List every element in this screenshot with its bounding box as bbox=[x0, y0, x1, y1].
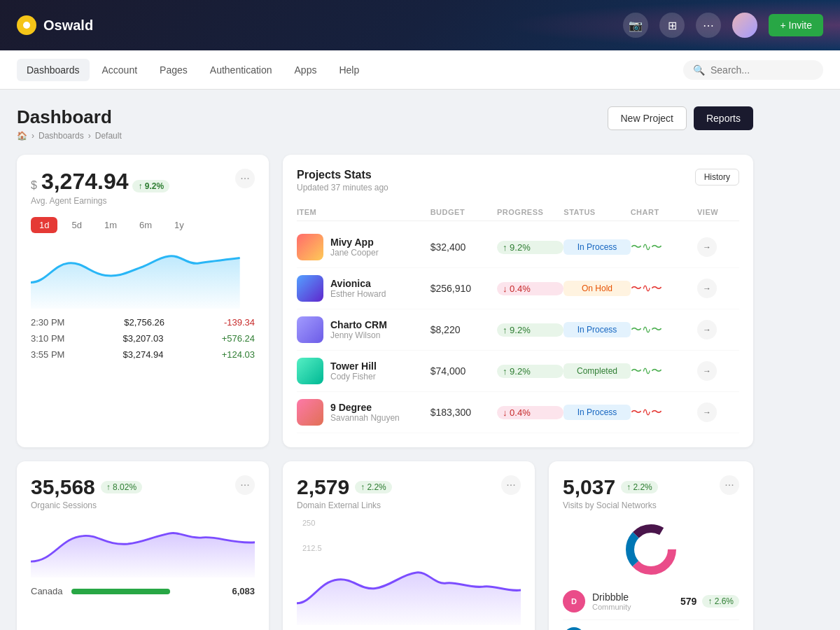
dribbble-name: Dribbble bbox=[592, 592, 631, 603]
project-status-tower: Completed bbox=[564, 363, 630, 379]
project-budget-tower: $74,000 bbox=[430, 365, 497, 377]
social-amount: 5,037 bbox=[563, 475, 615, 499]
project-status-charto: In Process bbox=[564, 322, 630, 337]
organic-more-btn[interactable]: ··· bbox=[235, 475, 255, 495]
layout-icon[interactable]: ⊞ bbox=[659, 13, 685, 38]
project-view-mivy[interactable]: → bbox=[697, 237, 717, 257]
project-chart-charto: 〜∿〜 bbox=[631, 323, 697, 337]
nav-right: 📷 ⊞ ⋯ + Invite bbox=[623, 13, 823, 38]
history-button[interactable]: History bbox=[695, 169, 739, 186]
dribbble-count: 579 bbox=[680, 596, 696, 607]
earnings-amount: $ 3,274.94 ↑ 9.2% bbox=[31, 169, 169, 195]
project-owner-tower: Cody Fisher bbox=[330, 372, 377, 382]
menu-apps[interactable]: Apps bbox=[285, 59, 327, 81]
avatar[interactable] bbox=[732, 13, 757, 38]
breadcrumb-sep2: › bbox=[88, 131, 91, 141]
dribbble-badge: ↑ 2.6% bbox=[702, 595, 739, 608]
currency-symbol: $ bbox=[31, 179, 37, 192]
project-row-charto: Charto CRM Jenny Wilson $8,220 ↑ 9.2% In… bbox=[297, 309, 739, 351]
project-progress-9degree: ↓ 0.4% bbox=[497, 406, 564, 419]
menu-help[interactable]: Help bbox=[329, 59, 369, 81]
project-info-9degree: 9 Degree Savannah Nguyen bbox=[297, 399, 430, 426]
project-progress-avionica: ↓ 0.4% bbox=[497, 282, 564, 295]
col-status: STATUS bbox=[564, 208, 630, 216]
earnings-info: $ 3,274.94 ↑ 9.2% Avg. Agent Earnings bbox=[31, 169, 169, 206]
search-input[interactable] bbox=[710, 64, 808, 76]
project-thumb-tower bbox=[297, 358, 323, 384]
main-cards-row: $ 3,274.94 ↑ 9.2% Avg. Agent Earnings ··… bbox=[17, 155, 753, 447]
project-progress-mivy: ↑ 9.2% bbox=[497, 241, 564, 254]
search-bar[interactable]: 🔍 bbox=[683, 60, 823, 80]
project-row-9degree: 9 Degree Savannah Nguyen $183,300 ↓ 0.4%… bbox=[297, 392, 739, 433]
col-view: VIEW bbox=[697, 208, 739, 216]
top-navigation: Oswald 📷 ⊞ ⋯ + Invite bbox=[0, 0, 840, 50]
project-chart-avionica: 〜∿〜 bbox=[631, 281, 697, 296]
filter-5d[interactable]: 5d bbox=[63, 217, 90, 233]
invite-button[interactable]: + Invite bbox=[769, 14, 823, 36]
project-owner-charto: Jenny Wilson bbox=[330, 330, 387, 340]
project-owner-avionica: Esther Howard bbox=[330, 289, 386, 299]
social-left-linkedin: in Linked In Social Media bbox=[563, 627, 636, 630]
social-title-area: 5,037 ↑ 2.2% Visits by Social Networks bbox=[563, 475, 658, 510]
filter-1d[interactable]: 1d bbox=[31, 217, 57, 233]
project-name-tower: Tower Hill bbox=[330, 360, 377, 372]
col-progress: PROGRESS bbox=[497, 208, 564, 216]
menu-account[interactable]: Account bbox=[92, 59, 148, 81]
project-info-tower: Tower Hill Cody Fisher bbox=[297, 358, 430, 384]
menu-dashboards[interactable]: Dashboards bbox=[17, 59, 90, 81]
dribbble-stats: 579 ↑ 2.6% bbox=[680, 595, 739, 608]
social-more-btn[interactable]: ··· bbox=[720, 475, 739, 495]
menu-authentication[interactable]: Authentication bbox=[200, 59, 282, 81]
logo-icon bbox=[17, 15, 36, 35]
menu-bar: Dashboards Account Pages Authentication … bbox=[0, 50, 840, 90]
filter-6m[interactable]: 6m bbox=[131, 217, 160, 233]
project-view-tower[interactable]: → bbox=[697, 361, 717, 381]
country-bar-wrap bbox=[71, 589, 224, 594]
breadcrumb-default: Default bbox=[95, 131, 122, 141]
filter-1y[interactable]: 1y bbox=[166, 217, 192, 233]
project-name-avionica: Avionica bbox=[330, 278, 386, 289]
domain-more-btn[interactable]: ··· bbox=[501, 475, 521, 495]
social-label: Visits by Social Networks bbox=[563, 500, 658, 510]
col-budget: BUDGET bbox=[430, 208, 497, 216]
page-header: Dashboard 🏠 › Dashboards › Default New P… bbox=[17, 106, 753, 141]
earnings-row-1: 2:30 PM $2,756.26 -139.34 bbox=[31, 317, 255, 328]
projects-card: Projects Stats Updated 37 minutes ago Hi… bbox=[283, 155, 753, 447]
new-project-button[interactable]: New Project bbox=[608, 106, 687, 130]
bottom-row: 35,568 ↑ 8.02% Organic Sessions ··· bbox=[17, 461, 753, 630]
search-icon: 🔍 bbox=[693, 64, 705, 76]
project-owner-9degree: Savannah Nguyen bbox=[330, 413, 400, 423]
earnings-more-btn[interactable]: ··· bbox=[235, 169, 255, 188]
breadcrumb-dashboards[interactable]: Dashboards bbox=[38, 131, 84, 141]
earnings-rows: 2:30 PM $2,756.26 -139.34 3:10 PM $3,207… bbox=[31, 317, 255, 360]
dribbble-icon: D bbox=[563, 590, 585, 612]
project-view-9degree[interactable]: → bbox=[697, 402, 717, 422]
project-thumb-avionica bbox=[297, 275, 323, 302]
menu-pages[interactable]: Pages bbox=[150, 59, 197, 81]
reports-button[interactable]: Reports bbox=[694, 106, 753, 130]
camera-icon[interactable]: 📷 bbox=[623, 13, 648, 38]
linkedin-icon: in bbox=[563, 627, 585, 630]
time-3: 3:55 PM bbox=[31, 349, 64, 360]
breadcrumb: 🏠 › Dashboards › Default bbox=[17, 131, 122, 141]
share-icon[interactable]: ⋯ bbox=[696, 13, 721, 38]
earnings-chart bbox=[31, 239, 255, 309]
project-info-charto: Charto CRM Jenny Wilson bbox=[297, 316, 430, 343]
time-2: 3:10 PM bbox=[31, 333, 64, 344]
project-chart-mivy: 〜∿〜 bbox=[631, 240, 697, 255]
project-budget-9degree: $183,300 bbox=[430, 407, 497, 418]
project-view-avionica[interactable]: → bbox=[697, 279, 717, 298]
filter-1m[interactable]: 1m bbox=[96, 217, 125, 233]
project-progress-tower: ↑ 9.2% bbox=[497, 365, 564, 378]
project-chart-9degree: 〜∿〜 bbox=[631, 405, 697, 420]
social-card-header: 5,037 ↑ 2.2% Visits by Social Networks ·… bbox=[563, 475, 739, 510]
time-1: 2:30 PM bbox=[31, 317, 64, 328]
social-badge: ↑ 2.2% bbox=[621, 481, 658, 493]
project-chart-tower: 〜∿〜 bbox=[631, 364, 697, 379]
project-thumb-9degree bbox=[297, 399, 323, 426]
project-name-9degree: 9 Degree bbox=[330, 402, 400, 413]
social-row-linkedin: in Linked In Social Media 1,088 ↓ 0.4% bbox=[563, 620, 739, 630]
menu-items: Dashboards Account Pages Authentication … bbox=[17, 59, 683, 81]
domain-amount: 2,579 bbox=[297, 475, 349, 499]
project-view-charto[interactable]: → bbox=[697, 320, 717, 340]
